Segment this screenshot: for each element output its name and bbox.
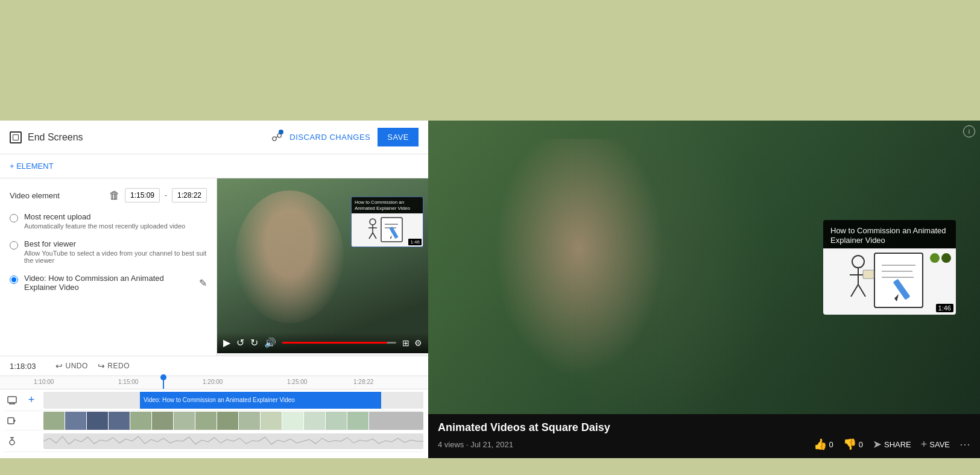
share-icon: ➤ bbox=[873, 438, 882, 451]
video-element-row: Video element 🗑 - bbox=[10, 188, 207, 203]
thumb-7 bbox=[174, 412, 195, 430]
header-bar: End Screens ☍ DISCARD CHANGES SAVE bbox=[0, 121, 428, 154]
dislike-icon: 👎 bbox=[843, 438, 856, 451]
end-card-duration: 1:46 bbox=[936, 304, 953, 312]
player-video-bg: i How to Commission an Animated Explaine… bbox=[428, 121, 980, 414]
track-row-audio bbox=[5, 430, 423, 452]
end-card-illustration bbox=[841, 248, 938, 315]
svg-line-9 bbox=[373, 233, 376, 239]
svg-marker-15 bbox=[14, 419, 16, 423]
more-button[interactable]: ⋯ bbox=[959, 438, 970, 451]
edit-icon[interactable]: ✎ bbox=[199, 277, 207, 289]
start-time-input[interactable] bbox=[125, 188, 160, 203]
thumbnail-strip bbox=[43, 412, 369, 430]
redo-button[interactable]: ↪ REDO bbox=[98, 361, 130, 371]
thumb-10 bbox=[239, 412, 261, 430]
notification-icon[interactable]: ☍ bbox=[271, 131, 282, 144]
thumb-9 bbox=[217, 412, 239, 430]
preview-play-icon[interactable]: ▶ bbox=[223, 337, 230, 348]
timeline-area: 1:18:03 ↩ UNDO ↪ REDO 1:10:00 1:15:00 1:… bbox=[0, 356, 428, 458]
track-icon-screen bbox=[5, 393, 19, 407]
preview-grid-icon[interactable]: ⊞ bbox=[402, 338, 409, 348]
end-screen-card: How to Commission an Animated Explainer … bbox=[823, 220, 956, 315]
track-add-button[interactable]: + bbox=[24, 393, 39, 407]
thumb-6 bbox=[152, 412, 174, 430]
thumb-15 bbox=[347, 412, 369, 430]
track-segment[interactable]: Video: How to Commission an Animated Exp… bbox=[140, 392, 381, 409]
video-title: Animated Videos at Square Daisy bbox=[438, 421, 970, 434]
track-content-elements: Video: How to Commission an Animated Exp… bbox=[43, 392, 423, 409]
radio-specific-video-input[interactable] bbox=[10, 275, 18, 284]
dislike-count: 0 bbox=[859, 440, 863, 449]
share-button[interactable]: ➤ SHARE bbox=[873, 438, 911, 451]
radio-best-for-viewer-input[interactable] bbox=[10, 241, 18, 250]
svg-point-24 bbox=[852, 256, 864, 268]
right-panel: i How to Commission an Animated Explaine… bbox=[428, 121, 980, 458]
thumb-11 bbox=[261, 412, 282, 430]
channel-dots bbox=[930, 253, 951, 263]
ruler-tick-2: 1:15:00 bbox=[118, 379, 138, 385]
radio-best-for-viewer-desc: Allow YouTube to select a video from you… bbox=[24, 250, 207, 264]
radio-most-recent-input[interactable] bbox=[10, 214, 18, 222]
preview-rewind-icon[interactable]: ↺ bbox=[236, 337, 244, 348]
end-time-input[interactable] bbox=[172, 188, 207, 203]
dislike-button[interactable]: 👎 0 bbox=[843, 438, 863, 451]
page-title: End Screens bbox=[28, 132, 271, 143]
preview-thumbnail: How to Commission an Animated Explainer … bbox=[217, 178, 428, 353]
discard-changes-button[interactable]: DISCARD CHANGES bbox=[289, 133, 370, 142]
redo-icon: ↪ bbox=[98, 361, 106, 371]
svg-point-16 bbox=[10, 440, 14, 445]
thumb-1 bbox=[43, 412, 65, 430]
timeline-tracks: + Video: How to Commission an Animated E… bbox=[0, 389, 428, 452]
dot-dark-green bbox=[941, 253, 951, 263]
ruler-tick-4: 1:25:00 bbox=[287, 379, 307, 385]
dot-green bbox=[930, 253, 940, 263]
mini-card-duration: 1:46 bbox=[408, 239, 422, 245]
preview-volume-icon[interactable]: 🔊 bbox=[264, 337, 276, 348]
radio-specific-video: Video: How to Commission an Animated Exp… bbox=[10, 274, 207, 292]
radio-most-recent: Most recent upload Automatically feature… bbox=[10, 212, 207, 230]
ruler-tick-3: 1:20:00 bbox=[203, 379, 223, 385]
header-actions: ☍ DISCARD CHANGES SAVE bbox=[271, 128, 419, 146]
video-meta: 4 views · Jul 21, 2021 👍 0 👎 0 ➤ SHARE bbox=[438, 438, 970, 451]
svg-line-8 bbox=[369, 233, 373, 239]
thumb-2 bbox=[65, 412, 87, 430]
thumb-5 bbox=[130, 412, 152, 430]
svg-rect-14 bbox=[8, 418, 14, 424]
thumb-13 bbox=[304, 412, 326, 430]
undo-button[interactable]: ↩ UNDO bbox=[55, 361, 88, 371]
preview-settings-icons: ⊞ ⚙ bbox=[402, 338, 422, 348]
options-panel: Video element 🗑 - Most recent upload Aut… bbox=[0, 178, 217, 356]
add-element-button[interactable]: + ELEMENT bbox=[10, 162, 54, 171]
radio-best-for-viewer: Best for viewer Allow YouTube to select … bbox=[10, 239, 207, 264]
mini-card-title: How to Commission an Animated Explainer … bbox=[352, 197, 423, 213]
redo-label: REDO bbox=[107, 362, 130, 370]
info-button[interactable]: i bbox=[963, 125, 975, 137]
add-element-bar: + ELEMENT bbox=[0, 154, 428, 178]
preview-forward-icon[interactable]: ↻ bbox=[250, 337, 258, 348]
save-icon: + bbox=[921, 438, 928, 451]
like-button[interactable]: 👍 0 bbox=[814, 438, 833, 451]
save-button[interactable]: SAVE bbox=[378, 128, 419, 146]
video-actions: 👍 0 👎 0 ➤ SHARE + SAVE bbox=[814, 438, 971, 451]
end-screens-icon bbox=[10, 131, 22, 143]
thumb-3 bbox=[87, 412, 109, 430]
preview-progress-bar[interactable] bbox=[282, 342, 396, 344]
svg-rect-29 bbox=[863, 270, 874, 278]
mini-end-card: How to Commission an Animated Explainer … bbox=[351, 197, 423, 247]
save-action-button[interactable]: + SAVE bbox=[921, 438, 950, 451]
track-icon-video bbox=[5, 414, 19, 428]
video-element-label: Video element bbox=[10, 191, 104, 200]
ruler-tick-5: 1:28:22 bbox=[353, 379, 373, 385]
playhead bbox=[163, 376, 164, 389]
delete-icon[interactable]: 🗑 bbox=[109, 189, 120, 202]
preview-gear-icon[interactable]: ⚙ bbox=[414, 338, 422, 348]
waveform-track bbox=[43, 433, 423, 449]
radio-most-recent-label: Most recent upload bbox=[24, 212, 185, 221]
left-panel: End Screens ☍ DISCARD CHANGES SAVE + ELE… bbox=[0, 121, 428, 458]
svg-point-5 bbox=[370, 219, 376, 225]
svg-line-27 bbox=[851, 285, 858, 297]
ruler-tick-1: 1:10:00 bbox=[34, 379, 54, 385]
waveform-svg bbox=[43, 433, 423, 449]
mini-card-illustration bbox=[363, 215, 411, 245]
